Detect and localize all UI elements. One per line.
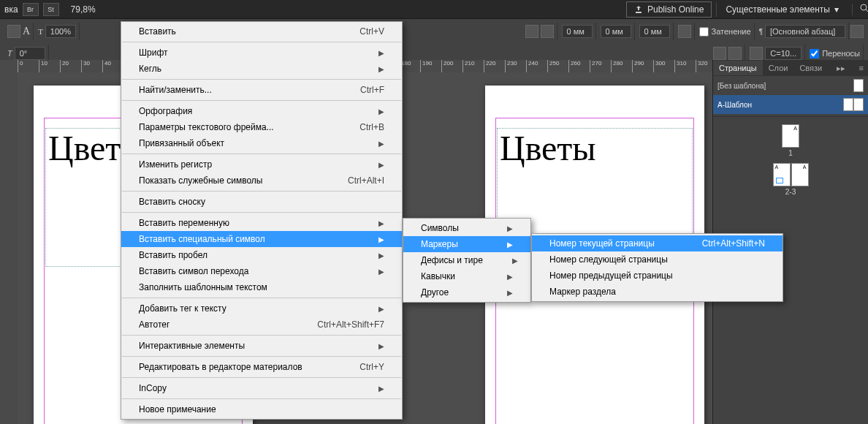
misc-icon[interactable] — [750, 47, 763, 60]
swatch-field[interactable]: C=10... — [765, 47, 802, 60]
mi-other[interactable]: Другое▶ — [403, 284, 530, 300]
para-style-field[interactable]: [Основной абзац] — [765, 25, 845, 38]
hyphen-label: Переносы — [822, 49, 860, 58]
document-heading-left: Цвет — [48, 128, 121, 168]
page-thumb-3[interactable]: A — [791, 163, 809, 186]
mi-symbols[interactable]: Символы▶ — [403, 220, 530, 236]
tab-links[interactable]: Связи — [793, 61, 828, 75]
mi-size[interactable]: Кегль▶ — [121, 61, 402, 77]
char-format-icon[interactable] — [7, 25, 20, 38]
mi-edit-story[interactable]: Редактировать в редакторе материаловCtrl… — [121, 359, 402, 375]
master-a-label: A-Шаблон — [717, 101, 752, 109]
shading-label: Затенение — [712, 27, 751, 36]
mi-add-tag[interactable]: Добавить тег к тексту▶ — [121, 300, 402, 317]
mi-find[interactable]: Найти/заменить...Ctrl+F — [121, 82, 402, 98]
app-topbar: вка Br St 79,8% Publish Online Существен… — [0, 0, 868, 19]
panel-tabs: Страницы Слои Связи ▸▸ ≡ — [713, 60, 868, 76]
workspace-switcher[interactable]: Существенные элементы ▾ — [716, 2, 848, 17]
mi-spelling[interactable]: Орфография▶ — [121, 103, 402, 119]
mi-anchored[interactable]: Привязанный объект▶ — [121, 135, 402, 151]
vertical-ruler[interactable] — [0, 60, 18, 424]
grid2-icon[interactable] — [728, 47, 742, 60]
panel-menu-icon[interactable] — [850, 25, 864, 38]
mi-prev-page[interactable]: Номер предыдущей страницы — [532, 268, 783, 284]
submenu-markers: Номер текущей страницыCtrl+Alt+Shift+N Н… — [531, 233, 783, 302]
list-icon[interactable] — [678, 25, 691, 38]
indent-left-field[interactable]: 0 мм — [562, 25, 593, 38]
mi-frame-opts[interactable]: Параметры текстового фрейма...Ctrl+B — [121, 119, 402, 135]
mi-next-page[interactable]: Номер следующей страницы — [532, 251, 783, 268]
upload-icon — [634, 5, 643, 14]
page-label-23: 2-3 — [773, 188, 809, 196]
rotate-icon: T — [7, 49, 12, 58]
pages-thumbnails: A 1 A A 2-3 — [713, 117, 868, 203]
mi-font[interactable]: Шрифт▶ — [121, 45, 402, 61]
mi-current-page[interactable]: Номер текущей страницыCtrl+Alt+Shift+N — [532, 235, 783, 251]
shading-checkbox[interactable] — [699, 27, 709, 37]
mi-variable[interactable]: Вставить переменную▶ — [121, 215, 402, 231]
stock-icon[interactable]: St — [43, 3, 59, 16]
angle-field[interactable]: 0° — [15, 47, 45, 60]
workspace-label: Существенные элементы — [726, 4, 830, 15]
master-none[interactable]: [Без шаблона] — [713, 76, 868, 95]
bridge-icon[interactable]: Br — [23, 3, 39, 16]
collapse-icon[interactable]: ▸▸ — [832, 64, 850, 73]
mi-incopy[interactable]: InCopy▶ — [121, 380, 402, 396]
zoom-level[interactable]: 79,8% — [71, 4, 96, 15]
master-a[interactable]: A-Шаблон — [713, 95, 868, 114]
mi-break[interactable]: Вставить символ перехода▶ — [121, 263, 402, 279]
master-thumb-l — [843, 98, 853, 111]
t-icon: T — [38, 27, 43, 36]
master-none-label: [Без шаблона] — [717, 82, 766, 90]
document-heading-right: Цветы — [500, 128, 596, 168]
mi-autotag[interactable]: АвтотегCtrl+Alt+Shift+F7 — [121, 317, 402, 333]
type-a-icon: A — [23, 26, 30, 37]
mi-paste[interactable]: ВставитьCtrl+V — [121, 23, 402, 39]
page-thumb-1[interactable]: A — [782, 124, 799, 148]
mi-quotes[interactable]: Кавычки▶ — [403, 268, 530, 284]
submenu-special: Символы▶ Маркеры▶ Дефисы и тире▶ Кавычки… — [403, 218, 531, 303]
hyphenation-checkbox[interactable] — [810, 49, 819, 58]
mi-footnote[interactable]: Вставить сноску — [121, 194, 402, 210]
search-icon[interactable] — [852, 4, 864, 15]
mi-hyphens[interactable]: Дефисы и тире▶ — [403, 252, 530, 268]
master-thumb-r — [853, 98, 864, 111]
page-label-1: 1 — [782, 149, 799, 157]
panel-menu-icon[interactable]: ≡ — [855, 64, 868, 72]
mi-whitespace[interactable]: Вставить пробел▶ — [121, 247, 402, 263]
publish-label: Publish Online — [647, 4, 704, 15]
master-thumb — [853, 79, 864, 92]
tab-layers[interactable]: Слои — [763, 61, 794, 75]
chevron-down-icon: ▾ — [834, 4, 839, 15]
align-icon[interactable] — [525, 25, 538, 38]
mi-special-char[interactable]: Вставить специальный символ▶ — [121, 231, 402, 247]
space-before-field[interactable]: 0 мм — [639, 25, 670, 38]
mi-section-marker[interactable]: Маркер раздела — [532, 284, 783, 300]
svg-point-0 — [861, 4, 867, 10]
font-size-field[interactable]: 100% — [45, 25, 76, 38]
mi-show-hidden[interactable]: Показать служебные символыCtrl+Alt+I — [121, 173, 402, 189]
align2-icon[interactable] — [541, 25, 554, 38]
context-menu: ВставитьCtrl+V Шрифт▶ Кегль▶ Найти/замен… — [121, 21, 403, 420]
mi-markers[interactable]: Маркеры▶ — [403, 236, 530, 252]
truncated-text: вка — [4, 4, 18, 15]
tab-pages[interactable]: Страницы — [713, 61, 763, 75]
mi-placeholder[interactable]: Заполнить шаблонным текстом — [121, 279, 402, 295]
mi-change-case[interactable]: Изменить регистр▶ — [121, 156, 402, 173]
publish-online-button[interactable]: Publish Online — [626, 1, 712, 18]
mi-new-note[interactable]: Новое примечание — [121, 401, 402, 417]
grid-icon[interactable] — [713, 47, 726, 60]
pilcrow-icon: ¶ — [759, 28, 763, 36]
page-thumb-2[interactable]: A — [773, 163, 791, 186]
indent-right-field[interactable]: 0 мм — [601, 25, 631, 38]
mi-interactive[interactable]: Интерактивные элементы▶ — [121, 338, 402, 354]
